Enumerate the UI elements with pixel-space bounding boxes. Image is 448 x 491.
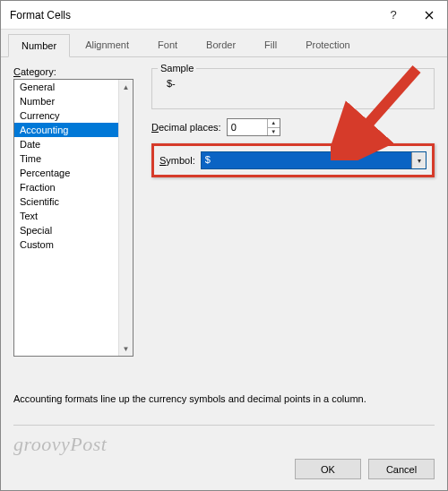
tab-strip: Number Alignment Font Border Fill Protec… (1, 30, 447, 57)
decimal-places-spinner[interactable]: ▲ ▼ (227, 118, 280, 136)
format-cells-dialog: Format Cells ? Number Alignment Font Bor… (0, 0, 448, 491)
watermark: groovyPost (13, 433, 107, 456)
list-item[interactable]: Number (14, 94, 133, 108)
list-item[interactable]: Date (14, 137, 133, 151)
symbol-highlight-box: Symbol: $ ▾ (151, 143, 435, 177)
category-listbox[interactable]: General Number Currency Accounting Date … (13, 79, 134, 357)
tab-alignment[interactable]: Alignment (72, 33, 142, 56)
symbol-row: Symbol: $ ▾ (159, 151, 426, 169)
close-button[interactable] (411, 1, 447, 30)
chevron-down-icon: ▾ (418, 157, 421, 165)
list-item[interactable]: Custom (14, 237, 133, 252)
list-item[interactable]: Time (14, 151, 133, 166)
titlebar: Format Cells ? (1, 1, 447, 30)
sample-value: $- (167, 78, 426, 89)
list-item[interactable]: Currency (14, 108, 133, 123)
tab-border[interactable]: Border (193, 33, 249, 56)
settings-column: Sample $- Decimal places: ▲ ▼ Symbol: (151, 66, 435, 357)
format-description: Accounting formats line up the currency … (13, 393, 366, 404)
tab-font[interactable]: Font (144, 33, 191, 56)
listbox-scrollbar[interactable]: ▲ ▼ (118, 80, 133, 356)
decimal-places-label: Decimal places: (151, 122, 221, 133)
sample-group: Sample $- (151, 68, 435, 109)
dialog-buttons: OK Cancel (295, 459, 435, 479)
dialog-body: Category: General Number Currency Accoun… (1, 57, 447, 366)
category-column: Category: General Number Currency Accoun… (13, 66, 137, 357)
combo-dropdown-button[interactable]: ▾ (411, 152, 426, 168)
spinner-down-icon[interactable]: ▼ (267, 128, 280, 136)
tab-protection[interactable]: Protection (292, 33, 364, 56)
tab-number[interactable]: Number (8, 34, 70, 57)
decimal-places-input[interactable] (228, 119, 267, 135)
list-item-selected[interactable]: Accounting (14, 123, 133, 137)
list-item[interactable]: Text (14, 209, 133, 223)
category-label: Category: (13, 66, 137, 77)
scroll-up-icon[interactable]: ▲ (119, 80, 133, 94)
scroll-down-icon[interactable]: ▼ (119, 341, 133, 356)
symbol-value[interactable]: $ (202, 152, 411, 168)
symbol-label: Symbol: (159, 155, 195, 166)
list-item[interactable]: Percentage (14, 166, 133, 180)
list-item[interactable]: Scientific (14, 194, 133, 209)
divider (13, 425, 435, 426)
ok-button[interactable]: OK (295, 459, 361, 479)
list-item[interactable]: General (14, 80, 133, 94)
list-item[interactable]: Special (14, 223, 133, 237)
sample-label: Sample (158, 63, 196, 73)
window-title: Format Cells (10, 9, 375, 22)
tab-fill[interactable]: Fill (251, 33, 290, 56)
list-item[interactable]: Fraction (14, 180, 133, 194)
help-button[interactable]: ? (375, 1, 411, 30)
close-icon (425, 11, 434, 20)
symbol-combobox[interactable]: $ ▾ (201, 151, 426, 169)
spinner-up-icon[interactable]: ▲ (267, 119, 280, 128)
decimal-places-row: Decimal places: ▲ ▼ (151, 118, 435, 136)
cancel-button[interactable]: Cancel (368, 459, 435, 479)
